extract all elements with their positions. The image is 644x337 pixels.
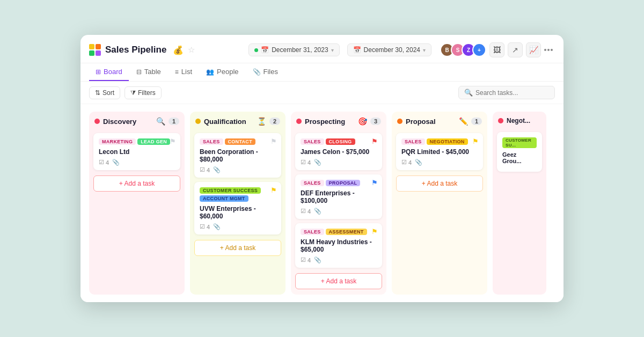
files-icon: 📎: [253, 68, 261, 76]
col-header-proposal: Proposal ✏️ 1: [392, 112, 487, 129]
col-title-qualification: Qualification: [204, 118, 254, 126]
card-meta-attach: 📎: [415, 159, 422, 166]
filters-button[interactable]: ⧩ Filters: [125, 86, 162, 99]
tab-list-label: List: [181, 68, 192, 76]
col-count-discovery: 1: [169, 118, 179, 125]
card-tags: marketing LEAD GEN: [99, 138, 175, 145]
col-count-prospecting: 3: [370, 118, 381, 125]
subtask-count: 4: [106, 159, 109, 166]
card-tags: sales NEGOTIATION: [401, 138, 478, 145]
tabs-bar: ⊞ Board ⊟ Table ≡ List 👥 People 📎 Files: [80, 63, 564, 82]
col-title-prospecting: Prospecting: [305, 118, 355, 126]
subtask-icon: ☑: [301, 257, 306, 263]
attach-icon: 📎: [213, 166, 221, 173]
attach-icon: 📎: [314, 159, 321, 166]
subtask-count: 4: [308, 159, 311, 166]
card-footer: ☑ 4 📎: [99, 159, 175, 166]
column-prospecting: Prospecting 🎯 3 ⚑ sales CLOSING James Ce…: [291, 112, 386, 295]
table-row: ⚑ sales NEGOTIATION PQR Limited - $45,00…: [396, 133, 483, 170]
tag-marketing: marketing: [99, 138, 136, 145]
subtask-count: 4: [408, 159, 412, 166]
card-tags: customer success ACCOUNT MGMT: [200, 187, 276, 202]
card-meta-attach: 📎: [314, 159, 321, 166]
search-box: 🔍: [458, 86, 555, 99]
star-icon[interactable]: ☆: [188, 45, 195, 55]
tag-sales: sales: [301, 180, 324, 186]
col-dot-negotiation: [498, 118, 503, 123]
tab-files[interactable]: 📎 Files: [246, 63, 284, 81]
card-title: Lecon Ltd: [99, 148, 175, 156]
flag-icon: ⚑: [371, 137, 378, 145]
tag-lead-gen: LEAD GEN: [137, 138, 170, 145]
add-task-button-proposal[interactable]: + Add a task: [396, 175, 483, 192]
tab-table[interactable]: ⊟ Table: [130, 63, 167, 81]
card-footer: ☑ 4 📎: [301, 208, 377, 215]
add-task-button-qualification[interactable]: + Add a task: [194, 240, 281, 256]
tag-account-mgmt: ACCOUNT MGMT: [200, 195, 248, 202]
col-emoji-proposal: ✏️: [459, 117, 468, 126]
toolbar: ⇅ Sort ⧩ Filters 🔍: [80, 82, 564, 104]
card-tags: customer su...: [502, 137, 537, 148]
avatar-4[interactable]: +: [472, 43, 486, 57]
attach-icon: 📎: [112, 159, 120, 166]
card-footer: ☑ 4 📎: [301, 159, 377, 166]
screenshot-icon[interactable]: 🖼: [489, 42, 504, 57]
card-footer: ☑ 4 📎: [301, 257, 377, 263]
tag-contact: CONTACT: [225, 138, 255, 145]
subtask-icon: ☑: [401, 159, 407, 166]
logo-sq-green: [89, 50, 94, 56]
add-task-button-discovery[interactable]: + Add a task: [93, 175, 180, 192]
subtask-count: 4: [207, 224, 210, 230]
card-tags: sales CLOSING: [301, 138, 377, 145]
table-row: ⚑ sales CLOSING James Celon - $75,000 ☑ …: [295, 133, 382, 170]
share-icon[interactable]: ↗: [508, 42, 523, 57]
attach-icon: 📎: [415, 159, 422, 166]
board: Discovery 🔍 1 ⚑ marketing LEAD GEN Lecon…: [80, 104, 564, 302]
column-qualification: Qualification ⏳ 2 ⚑ sales CONTACT Been C…: [190, 112, 286, 295]
search-input[interactable]: [475, 89, 549, 97]
date-end-pill[interactable]: 📅 December 30, 2024 ▾: [347, 43, 431, 56]
chart-icon[interactable]: 📈: [526, 42, 541, 57]
card-meta-subtasks: ☑ 4: [401, 159, 412, 166]
col-emoji-qualification: ⏳: [257, 117, 266, 126]
column-negotiation: Negot... customer su... Geez Grou...: [493, 112, 546, 295]
tab-list[interactable]: ≡ List: [169, 63, 199, 81]
date-start-pill[interactable]: 📅 December 31, 2023 ▾: [248, 43, 339, 56]
attach-icon: 📎: [314, 208, 321, 215]
tab-table-label: Table: [144, 68, 161, 76]
card-footer: ☑ 4 📎: [401, 159, 478, 166]
more-options-button[interactable]: [544, 49, 553, 51]
card-footer: ☑ 4 📎: [200, 166, 276, 173]
card-meta-subtasks: ☑ 4: [301, 159, 311, 166]
tag-proposal: PROPOSAL: [326, 180, 361, 186]
tab-board[interactable]: ⊞ Board: [89, 63, 129, 81]
card-tags: sales PROPOSAL: [301, 180, 377, 186]
attach-icon: 📎: [213, 223, 221, 230]
card-title: PQR Limited - $45,000: [401, 148, 478, 156]
tab-files-label: Files: [264, 68, 278, 76]
sort-button[interactable]: ⇅ Sort: [89, 86, 120, 99]
table-row: ⚑ sales PROPOSAL DEF Enterprises - $100,…: [295, 174, 382, 219]
list-icon: ≡: [175, 68, 179, 76]
col-emoji-discovery: 🔍: [156, 117, 165, 126]
card-tags: sales ASSESSMENT: [301, 229, 377, 235]
tab-people[interactable]: 👥 People: [200, 63, 245, 81]
logo-sq-purple: [96, 50, 101, 56]
card-meta-subtasks: ☑ 4: [301, 208, 311, 215]
logo-sq-yellow: [89, 44, 94, 49]
tab-people-label: People: [217, 68, 238, 76]
col-header-prospecting: Prospecting 🎯 3: [291, 112, 386, 129]
flag-icon: ⚑: [472, 137, 479, 145]
flag-icon: ⚑: [371, 228, 378, 236]
col-title-discovery: Discovery: [103, 118, 153, 126]
tag-negotiation: NEGOTIATION: [427, 138, 468, 145]
filters-label: Filters: [138, 89, 156, 97]
date-start-label: December 31, 2023: [272, 46, 328, 54]
flag-icon: ⚑: [270, 186, 277, 194]
col-count-qualification: 2: [269, 118, 280, 125]
card-meta-attach: 📎: [314, 257, 321, 263]
page-title: Sales Pipeline: [105, 45, 166, 55]
add-task-button-prospecting[interactable]: + Add a task: [295, 273, 382, 289]
table-row: ⚑ sales ASSESSMENT KLM Heavy Industries …: [295, 223, 382, 268]
people-icon: 👥: [206, 68, 214, 76]
